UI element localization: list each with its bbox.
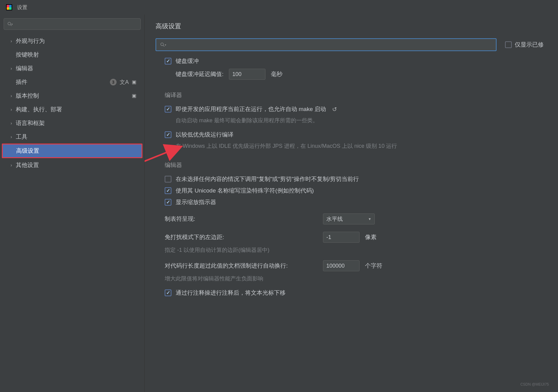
checkbox-icon[interactable] [165, 199, 171, 206]
checkbox-icon[interactable] [165, 106, 171, 113]
compiler-section-header: 编译器 [165, 91, 549, 99]
unicode-name-setting[interactable]: 使用其 Unicode 名称缩写渲染特殊字符(例如控制代码) [165, 187, 549, 195]
svg-line-6 [10, 25, 12, 26]
chevron-right-icon: › [9, 66, 14, 71]
keyboard-delay-input[interactable] [229, 69, 265, 80]
chevron-right-icon: › [9, 134, 14, 139]
svg-point-7 [161, 43, 163, 46]
content-panel: 高级设置 ▾ 仅显示已修 键盘缓冲 键盘缓冲延迟阈值: 毫秒 编译器 [145, 15, 558, 392]
tab-render-field: 制表符呈现: 水平线 ▼ [165, 213, 549, 224]
svg-point-5 [8, 22, 11, 25]
chevron-right-icon: › [9, 163, 14, 168]
tree-item-advanced-settings[interactable]: 高级设置 [2, 144, 142, 158]
chevron-down-icon: ▼ [368, 217, 371, 221]
tree-item-other-settings[interactable]: › 其他设置 [2, 158, 142, 172]
chevron-right-icon: › [9, 93, 14, 98]
tree-item-keymap[interactable]: 按键映射 [2, 48, 142, 61]
svg-rect-1 [7, 5, 9, 7]
comment-caret-setting[interactable]: 通过行注释操进行注释后，将文本光标下移 [165, 289, 549, 297]
checkbox-icon[interactable] [165, 58, 171, 64]
search-icon [160, 42, 165, 47]
checkbox-icon[interactable] [165, 131, 171, 138]
checkbox-icon[interactable] [165, 176, 171, 182]
content-search-input[interactable] [167, 42, 492, 47]
svg-line-8 [163, 45, 164, 47]
wrap-desc: 增大此限值将对编辑器性能产生负面影响 [165, 275, 549, 282]
tree-item-editor[interactable]: › 编辑器 [2, 61, 142, 75]
tree-item-plugins[interactable]: 插件 3 文A ▣ [2, 75, 142, 89]
svg-rect-3 [7, 7, 9, 10]
copy-cut-setting[interactable]: 在未选择任何内容的情况下调用"复制"或"剪切"操作时不复制/剪切当前行 [165, 175, 549, 183]
chevron-right-icon: › [9, 107, 14, 112]
dnd-margin-input[interactable] [323, 232, 360, 243]
show-modified-only[interactable]: 仅显示已修 [505, 41, 544, 49]
titlebar: 设置 [0, 0, 558, 15]
window-title: 设置 [17, 4, 27, 11]
language-icon: 文A [120, 78, 129, 86]
low-priority-setting[interactable]: 以较低优先级运行编译 [165, 131, 549, 139]
svg-rect-4 [9, 7, 12, 10]
chevron-right-icon: › [9, 39, 14, 43]
keyboard-buffer-setting[interactable]: 键盘缓冲 [165, 57, 549, 65]
wrap-input[interactable] [323, 260, 360, 271]
zoom-indicator-setting[interactable]: 显示缩放指示器 [165, 198, 549, 206]
content-search[interactable]: ▾ [156, 38, 497, 51]
app-logo-icon [5, 4, 13, 11]
search-icon [7, 21, 12, 27]
sidebar-search-input[interactable] [14, 21, 137, 27]
auto-make-setting[interactable]: 即使开发的应用程序当前正在运行，也允许自动 make 启动 ↺ [165, 105, 549, 113]
editor-section-header: 编辑器 [165, 161, 549, 169]
tree-item-languages[interactable]: › 语言和框架 [2, 116, 142, 130]
undo-icon[interactable]: ↺ [332, 106, 337, 113]
tab-render-select[interactable]: 水平线 ▼ [323, 213, 375, 224]
tree-item-vcs[interactable]: › 版本控制 ▣ [2, 89, 142, 102]
wrap-field: 对代码行长度超过此值的文档强制进行自动换行: 个字符 [165, 260, 549, 271]
checkbox-icon[interactable] [505, 41, 512, 48]
dnd-margin-field: 免打扰模式下的左边距: 像素 [165, 232, 549, 243]
svg-rect-2 [9, 5, 12, 7]
low-priority-desc: 在 Windows 上以 IDLE 优先级运行外部 JPS 进程，在 Linux… [176, 142, 549, 150]
sidebar-search[interactable]: ▾ [4, 18, 141, 30]
checkbox-icon[interactable] [165, 290, 171, 296]
project-scope-icon: ▣ [132, 93, 136, 99]
auto-make-desc: 自动启动 make 最终可能会删除该应用程序所需的一些类。 [176, 117, 549, 124]
dnd-margin-desc: 指定 -1 以使用自动计算的边距(编辑器居中) [165, 246, 549, 254]
watermark: CSDN @MEIJI75 [520, 382, 549, 387]
chevron-right-icon: › [9, 121, 14, 126]
settings-tree: › 外观与行为 按键映射 › 编辑器 插件 3 文A ▣ › 版本控制 [2, 34, 142, 172]
project-scope-icon: ▣ [132, 79, 136, 85]
sidebar: ▾ › 外观与行为 按键映射 › 编辑器 插件 3 文A ▣ [0, 15, 145, 392]
keyboard-delay-field: 键盘缓冲延迟阈值: 毫秒 [176, 69, 549, 80]
update-badge: 3 [110, 79, 117, 85]
checkbox-icon[interactable] [165, 187, 171, 194]
tree-item-tools[interactable]: › 工具 [2, 130, 142, 144]
tree-item-build[interactable]: › 构建、执行、部署 [2, 102, 142, 116]
page-title: 高级设置 [156, 22, 558, 30]
tree-item-appearance[interactable]: › 外观与行为 [2, 34, 142, 48]
